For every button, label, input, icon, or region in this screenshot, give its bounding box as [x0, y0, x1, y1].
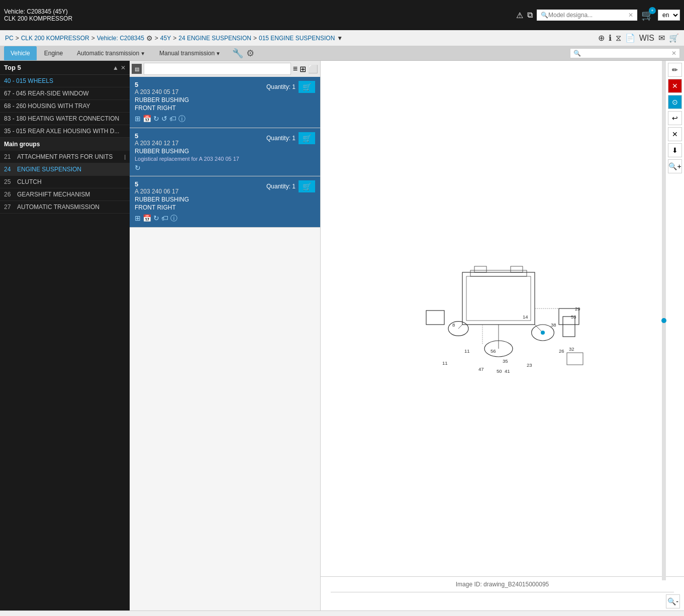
part-item-1[interactable]: 5 A 203 240 12 17 RUBBER BUSHING Logisti… [130, 128, 320, 176]
sidebar-num-25: 25 [4, 178, 14, 185]
wis-icon[interactable]: WIS [639, 34, 654, 43]
wrench-icon[interactable]: 🔧 [232, 48, 243, 59]
sidebar-label-clutch: CLUTCH [17, 178, 42, 185]
cart-breadcrumb-icon[interactable]: 🛒 [669, 33, 679, 43]
part-2-calendar-icon[interactable]: 📅 [143, 214, 151, 223]
diagram-scrollbar[interactable] [662, 61, 666, 580]
circle-active-btn[interactable]: ⊙ [668, 95, 682, 109]
tab-vehicle-label: Vehicle [11, 50, 30, 57]
history-btn[interactable]: ↩ [668, 111, 682, 125]
tab-vehicle[interactable]: Vehicle [4, 46, 37, 60]
svg-rect-1 [466, 276, 531, 321]
sidebar-group-engine-suspension[interactable]: 24 ENGINE SUSPENSION [0, 163, 130, 176]
sidebar-item-heating[interactable]: 83 - 180 HEATING WATER CONNECTION [0, 113, 130, 125]
svg-text:32: 32 [569, 346, 574, 352]
diagram-toolbar: ✏ ✕ ⊙ ↩ ✕ ⬇ 🔍+ [666, 61, 684, 175]
svg-text:29: 29 [575, 306, 580, 312]
filter-icon[interactable]: ⧖ [616, 34, 621, 43]
sidebar-item-housing[interactable]: 68 - 260 HOUSING WITH TRAY [0, 100, 130, 113]
sidebar-item-axle[interactable]: 35 - 015 REAR AXLE HOUSING WITH D... [0, 125, 130, 138]
breadcrumb-vehicle[interactable]: Vehicle: C208345 [97, 35, 144, 42]
part-item-2[interactable]: 5 A 203 240 06 17 RUBBER BUSHING FRONT R… [130, 176, 320, 228]
part-0-table-icon[interactable]: ⊞ [135, 115, 141, 124]
part-0-refresh2-icon[interactable]: ↺ [161, 115, 167, 124]
breadcrumb-sep-2: > [91, 35, 95, 42]
view-list-icon[interactable]: ≡ [293, 64, 298, 74]
info-icon[interactable]: ℹ [609, 33, 612, 43]
download-btn[interactable]: ⬇ [668, 143, 682, 157]
sidebar-group-attachment[interactable]: 21 ATTACHMENT PARTS FOR UNITS | [0, 151, 130, 163]
parts-search-input[interactable] [144, 63, 291, 75]
part-1-refresh-icon[interactable]: ↻ [135, 164, 141, 172]
breadcrumb-pc[interactable]: PC [5, 35, 14, 42]
part-2-table-icon[interactable]: ⊞ [135, 214, 141, 223]
document-icon[interactable]: 📄 [625, 33, 635, 43]
edit-icon-btn[interactable]: ✏ [668, 63, 682, 77]
breadcrumb-clk[interactable]: CLK 200 KOMPRESSOR [21, 35, 89, 42]
sidebar-group-clutch[interactable]: 25 CLUTCH [0, 176, 130, 188]
sidebar-item-window[interactable]: 67 - 045 REAR-SIDE WINDOW [0, 87, 130, 100]
sidebar-collapse-icon[interactable]: ▲ [113, 64, 119, 71]
part-0-desc2: FRONT RIGHT [135, 105, 189, 112]
part-1-pos: 5 [135, 132, 239, 140]
part-0-tag-icon[interactable]: 🏷 [169, 115, 176, 124]
sidebar-num-21: 21 [4, 153, 14, 160]
part-item-0[interactable]: 5 A 203 240 05 17 RUBBER BUSHING FRONT R… [130, 77, 320, 128]
breadcrumb-dropdown-icon[interactable]: ▼ [337, 35, 343, 42]
sidebar-group-automatic[interactable]: 27 AUTOMATIC TRANSMISSION [0, 201, 130, 214]
parts-collapse-btn[interactable]: ▤ [132, 64, 142, 74]
part-0-info-icon[interactable]: ⓘ [178, 115, 185, 124]
tab-automatic-arrow: ▼ [140, 51, 145, 56]
breadcrumb-015[interactable]: 015 ENGINE SUSPENSION [259, 35, 335, 42]
sidebar-group-gearshift[interactable]: 26 GEARSHIFT MECHANISM [0, 188, 130, 201]
part-2-refresh1-icon[interactable]: ↻ [153, 214, 159, 223]
tab-manual[interactable]: Manual transmission ▼ [153, 46, 227, 60]
zoom-out-btn[interactable]: 🔍- [666, 594, 680, 608]
part-1-name: RUBBER BUSHING [135, 148, 239, 155]
part-2-tag-icon[interactable]: 🏷 [161, 214, 168, 223]
svg-rect-12 [563, 317, 575, 337]
tab-automatic[interactable]: Automatic transmission ▼ [70, 46, 152, 60]
copy-icon[interactable]: ⧉ [527, 11, 533, 20]
crosshair-btn[interactable]: ✕ [668, 127, 682, 141]
zoom-in-icon[interactable]: ⊕ [598, 33, 605, 43]
close-btn[interactable]: ✕ [668, 79, 682, 93]
vehicle-config-icon[interactable]: ⚙ [146, 34, 153, 42]
main-groups-header: Main groups [0, 138, 130, 151]
sidebar-item-housing-label: 68 - 260 HOUSING WITH TRAY [4, 102, 90, 110]
language-selector[interactable]: en [658, 10, 680, 21]
part-2-cart-btn[interactable]: 🛒 [299, 180, 315, 192]
search-clear-icon[interactable]: ✕ [628, 12, 633, 19]
zoom-in-diagram-btn[interactable]: 🔍+ [668, 159, 682, 173]
breadcrumb-bar: PC > CLK 200 KOMPRESSOR > Vehicle: C2083… [0, 30, 684, 46]
part-2-pos: 5 [135, 180, 189, 188]
sidebar-item-wheels[interactable]: 40 - 015 WHEELS [0, 75, 130, 87]
part-1-cart-btn[interactable]: 🛒 [299, 132, 315, 144]
sidebar: Top 5 ▲ ✕ 40 - 015 WHEELS 67 - 045 REAR-… [0, 61, 130, 610]
part-0-cart-btn[interactable]: 🛒 [299, 81, 315, 93]
diagram-image-id: Image ID: drawing_B24015000095 [321, 576, 684, 592]
sidebar-expand-icon[interactable]: ✕ [121, 64, 126, 71]
part-0-pos: 5 [135, 81, 189, 88]
warning-icon[interactable]: ⚠ [516, 11, 523, 20]
part-0-refresh1-icon[interactable]: ↻ [153, 115, 159, 124]
tab-search-input[interactable] [581, 50, 671, 57]
model-search-input[interactable] [548, 12, 628, 19]
settings-icon[interactable]: ⚙ [246, 48, 254, 59]
tab-search-clear[interactable]: ✕ [671, 50, 676, 57]
vehicle-info: Vehicle: C208345 (45Y) CLK 200 KOMPRESSO… [4, 8, 72, 22]
mail-icon[interactable]: ✉ [658, 33, 665, 43]
tab-engine[interactable]: Engine [38, 46, 69, 60]
cart-container[interactable]: 🛒 + [641, 9, 654, 21]
breadcrumb-45y[interactable]: 45Y [160, 35, 171, 42]
breadcrumb-engine-susp[interactable]: 24 ENGINE SUSPENSION [178, 35, 251, 42]
sidebar-item-axle-label: 35 - 015 REAR AXLE HOUSING WITH D... [4, 128, 119, 135]
view-expand-icon[interactable]: ⬜ [308, 64, 318, 74]
tab-search-box[interactable]: 🔍 ✕ [570, 48, 680, 58]
svg-text:8: 8 [452, 322, 455, 328]
model-search-box[interactable]: 🔍 ✕ [537, 10, 637, 21]
view-grid-icon[interactable]: ⊞ [300, 64, 306, 74]
part-0-calendar-icon[interactable]: 📅 [143, 115, 151, 124]
part-2-info-icon[interactable]: ⓘ [170, 214, 177, 223]
svg-rect-14 [426, 311, 444, 325]
